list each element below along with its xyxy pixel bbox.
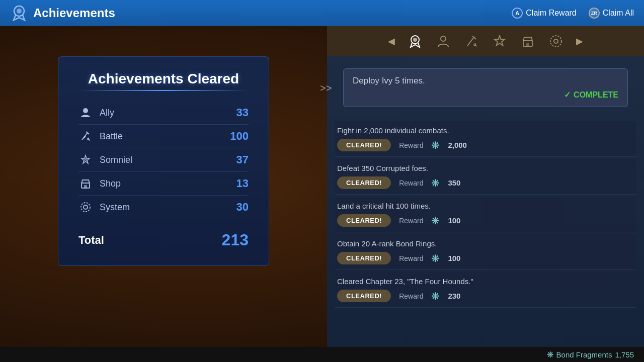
complete-label: COMPLETE [574, 90, 618, 100]
svg-point-1 [17, 9, 22, 14]
list-item[interactable]: Shop 13 [78, 172, 249, 196]
svg-point-12 [441, 36, 446, 41]
reward-amount: 2,000 [448, 141, 467, 149]
reward-amount: 100 [448, 216, 460, 225]
reward-label: Reward [399, 292, 423, 300]
snowflake-icon: ❋ [431, 215, 440, 227]
somniel-count: 37 [236, 153, 249, 166]
achievement-row: CLEARED! Reward ❋ 230 [337, 290, 634, 302]
achievement-description: Defeat 350 Corrupted foes. [337, 164, 634, 172]
snowflake-icon: ❋ [431, 177, 440, 189]
tab-person[interactable] [435, 33, 451, 49]
system-count: 30 [236, 201, 249, 214]
shop-label: Shop [100, 178, 236, 189]
list-item: Land a critical hit 100 times. CLEARED! … [335, 197, 636, 232]
svg-point-2 [83, 108, 88, 113]
cleared-button[interactable]: CLEARED! [337, 139, 391, 151]
tab-achievements[interactable] [407, 33, 423, 49]
achievement-row: CLEARED! Reward ❋ 2,000 [337, 139, 634, 151]
bottom-bar: ❋ Bond Fragments 1,755 [0, 347, 644, 362]
achievement-row: CLEARED! Reward ❋ 100 [337, 214, 634, 227]
list-item[interactable]: Ally 33 [78, 101, 249, 125]
ally-label: Ally [100, 108, 236, 118]
svg-point-16 [554, 39, 558, 43]
a-button-icon: A [512, 8, 523, 19]
list-item: Obtain 20 A-rank Bond Rings. CLEARED! Re… [335, 234, 636, 270]
battle-count: 100 [230, 130, 249, 143]
checkmark-icon: ✓ [564, 90, 571, 100]
svg-point-11 [413, 38, 417, 42]
svg-point-9 [81, 203, 90, 212]
tab-sword[interactable] [463, 33, 479, 49]
top-bar: Achievements A Claim Reward ZR Claim All [0, 0, 644, 26]
left-panel: Achievements Cleared Ally 33 [0, 26, 327, 347]
achievement-description: Land a critical hit 100 times. [337, 202, 634, 210]
tab-bar: ◀ [327, 26, 644, 56]
tab-prev-btn[interactable]: ◀ [388, 36, 395, 47]
tab-settings[interactable] [548, 33, 564, 49]
snowflake-icon: ❋ [431, 290, 440, 302]
reward-label: Reward [399, 179, 423, 187]
reward-amount: 350 [448, 178, 460, 187]
achievement-list: Fight in 2,000 individual combats. CLEAR… [327, 117, 644, 347]
total-row: Total 213 [78, 223, 249, 249]
achievement-description: Fight in 2,000 individual combats. [337, 126, 634, 135]
svg-rect-7 [84, 185, 87, 188]
reward-amount: 230 [448, 292, 460, 300]
cleared-button[interactable]: CLEARED! [337, 290, 391, 302]
svg-rect-15 [526, 43, 529, 46]
snowflake-icon: ❋ [431, 252, 440, 264]
total-label: Total [78, 234, 222, 247]
shop-icon [78, 178, 93, 189]
tab-next-btn[interactable]: ▶ [576, 36, 583, 47]
top-bar-actions: A Claim Reward ZR Claim All [512, 8, 634, 19]
claim-all-btn[interactable]: ZR Claim All [589, 8, 634, 19]
svg-point-8 [84, 205, 88, 209]
svg-line-3 [84, 136, 86, 138]
selected-achievement-text: Deploy Ivy 5 times. [353, 76, 618, 86]
achievements-card: Achievements Cleared Ally 33 [58, 56, 269, 266]
achievement-row: CLEARED! Reward ❋ 100 [337, 252, 634, 264]
cleared-button[interactable]: CLEARED! [337, 214, 391, 227]
selected-achievement-container: >> Deploy Ivy 5 times. ✓ COMPLETE [335, 62, 636, 113]
reward-label: Reward [399, 217, 423, 225]
system-label: System [100, 202, 236, 213]
list-item[interactable]: Battle 100 [78, 125, 249, 148]
somniel-icon [78, 154, 93, 165]
bond-fragments-label: Bond Fragments [556, 350, 612, 359]
cleared-button[interactable]: CLEARED! [337, 252, 391, 264]
complete-badge: ✓ COMPLETE [353, 90, 618, 100]
list-item[interactable]: System 30 [78, 196, 249, 219]
right-panel: ◀ [327, 26, 644, 347]
battle-label: Battle [100, 131, 230, 142]
bond-fragments-icon: ❋ [547, 350, 553, 359]
ally-icon [78, 107, 93, 118]
list-item: Cleared Chapter 23, "The Four Hounds." C… [335, 272, 636, 308]
ally-count: 33 [236, 106, 249, 119]
svg-marker-13 [495, 36, 505, 46]
cleared-button[interactable]: CLEARED! [337, 176, 391, 189]
somniel-label: Somniel [100, 155, 236, 165]
list-item[interactable]: Somniel 37 [78, 148, 249, 172]
tab-shop[interactable] [520, 33, 536, 49]
reward-label: Reward [399, 141, 423, 149]
tab-somniel[interactable] [492, 33, 508, 49]
battle-icon [78, 131, 93, 142]
list-item: Fight in 2,000 individual combats. CLEAR… [335, 121, 636, 157]
card-title: Achievements Cleared [78, 71, 249, 87]
snowflake-icon: ❋ [431, 139, 440, 151]
achievement-description: Obtain 20 A-rank Bond Rings. [337, 239, 634, 248]
bond-fragments-amount: 1,755 [615, 350, 634, 359]
reward-label: Reward [399, 254, 423, 262]
arrow-indicator: >> [320, 82, 332, 94]
card-divider [78, 90, 249, 91]
achievement-row: CLEARED! Reward ❋ 350 [337, 176, 634, 189]
claim-reward-btn[interactable]: A Claim Reward [512, 8, 576, 19]
svg-point-17 [550, 36, 561, 47]
selected-achievement: Deploy Ivy 5 times. ✓ COMPLETE [343, 68, 628, 107]
total-count: 213 [222, 231, 249, 249]
achievement-description: Cleared Chapter 23, "The Four Hounds." [337, 277, 634, 286]
category-list: Ally 33 Battle 100 [78, 101, 249, 219]
page-title: Achievements [33, 6, 512, 20]
achievements-icon [10, 4, 28, 22]
